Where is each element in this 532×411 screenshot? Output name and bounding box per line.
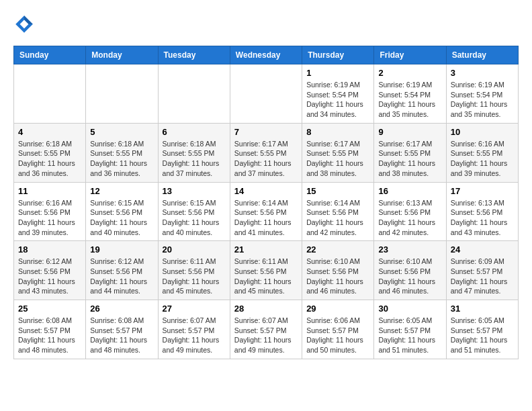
day-info: Sunrise: 6:18 AM Sunset: 5:55 PM Dayligh…: [90, 139, 153, 179]
day-info: Sunrise: 6:16 AM Sunset: 5:55 PM Dayligh…: [451, 139, 514, 179]
day-number: 26: [90, 304, 153, 314]
calendar-cell: 14Sunrise: 6:14 AM Sunset: 5:56 PM Dayli…: [230, 182, 302, 241]
calendar-cell: [158, 64, 230, 124]
weekday-header: Friday: [374, 46, 446, 64]
day-info: Sunrise: 6:05 AM Sunset: 5:57 PM Dayligh…: [378, 316, 441, 355]
day-number: 3: [451, 68, 514, 78]
calendar-cell: [86, 64, 158, 124]
day-number: 1: [306, 68, 369, 78]
day-number: 12: [90, 186, 153, 196]
calendar-cell: 23Sunrise: 6:10 AM Sunset: 5:56 PM Dayli…: [374, 241, 446, 300]
day-number: 15: [306, 186, 369, 196]
calendar-cell: 11Sunrise: 6:16 AM Sunset: 5:56 PM Dayli…: [14, 182, 86, 241]
day-number: 30: [378, 304, 441, 314]
day-info: Sunrise: 6:15 AM Sunset: 5:56 PM Dayligh…: [163, 198, 226, 238]
day-number: 5: [90, 127, 153, 137]
calendar-cell: 8Sunrise: 6:17 AM Sunset: 5:55 PM Daylig…: [302, 123, 374, 182]
day-number: 25: [18, 304, 81, 314]
calendar-cell: 12Sunrise: 6:15 AM Sunset: 5:56 PM Dayli…: [86, 182, 158, 241]
day-info: Sunrise: 6:19 AM Sunset: 5:54 PM Dayligh…: [378, 80, 441, 120]
weekday-header: Saturday: [446, 46, 518, 64]
day-info: Sunrise: 6:10 AM Sunset: 5:56 PM Dayligh…: [378, 257, 441, 296]
calendar-cell: 26Sunrise: 6:08 AM Sunset: 5:57 PM Dayli…: [86, 300, 158, 359]
day-number: 28: [234, 304, 298, 314]
day-info: Sunrise: 6:10 AM Sunset: 5:56 PM Dayligh…: [306, 257, 369, 296]
calendar-week-row: 11Sunrise: 6:16 AM Sunset: 5:56 PM Dayli…: [14, 182, 519, 241]
day-info: Sunrise: 6:14 AM Sunset: 5:56 PM Dayligh…: [234, 198, 298, 238]
day-number: 19: [90, 244, 153, 255]
logo-icon: [13, 13, 35, 35]
calendar-cell: 13Sunrise: 6:15 AM Sunset: 5:56 PM Dayli…: [158, 182, 230, 241]
weekday-header-row: SundayMondayTuesdayWednesdayThursdayFrid…: [14, 46, 519, 64]
day-number: 31: [451, 304, 514, 314]
page-header: [13, 13, 519, 35]
day-info: Sunrise: 6:16 AM Sunset: 5:56 PM Dayligh…: [18, 198, 81, 238]
day-info: Sunrise: 6:11 AM Sunset: 5:56 PM Dayligh…: [163, 257, 226, 296]
day-info: Sunrise: 6:07 AM Sunset: 5:57 PM Dayligh…: [163, 316, 226, 355]
calendar-cell: 25Sunrise: 6:08 AM Sunset: 5:57 PM Dayli…: [14, 300, 86, 359]
calendar-cell: 17Sunrise: 6:13 AM Sunset: 5:56 PM Dayli…: [446, 182, 518, 241]
calendar-cell: 16Sunrise: 6:13 AM Sunset: 5:56 PM Dayli…: [374, 182, 446, 241]
calendar-cell: 24Sunrise: 6:09 AM Sunset: 5:57 PM Dayli…: [446, 241, 518, 300]
calendar-week-row: 1Sunrise: 6:19 AM Sunset: 5:54 PM Daylig…: [14, 64, 519, 124]
day-info: Sunrise: 6:19 AM Sunset: 5:54 PM Dayligh…: [451, 80, 514, 120]
calendar-cell: 18Sunrise: 6:12 AM Sunset: 5:56 PM Dayli…: [14, 241, 86, 300]
day-info: Sunrise: 6:12 AM Sunset: 5:56 PM Dayligh…: [18, 257, 81, 296]
day-number: 14: [234, 186, 298, 196]
day-number: 27: [163, 304, 226, 314]
calendar-cell: 15Sunrise: 6:14 AM Sunset: 5:56 PM Dayli…: [302, 182, 374, 241]
weekday-header: Monday: [86, 46, 158, 64]
calendar-cell: 31Sunrise: 6:05 AM Sunset: 5:57 PM Dayli…: [446, 300, 518, 359]
day-info: Sunrise: 6:17 AM Sunset: 5:55 PM Dayligh…: [306, 139, 369, 179]
weekday-header: Sunday: [14, 46, 86, 64]
day-info: Sunrise: 6:15 AM Sunset: 5:56 PM Dayligh…: [90, 198, 153, 238]
calendar-cell: 4Sunrise: 6:18 AM Sunset: 5:55 PM Daylig…: [14, 123, 86, 182]
day-number: 13: [163, 186, 226, 196]
calendar-cell: 27Sunrise: 6:07 AM Sunset: 5:57 PM Dayli…: [158, 300, 230, 359]
calendar-cell: [230, 64, 302, 124]
day-number: 11: [18, 186, 81, 196]
calendar-week-row: 18Sunrise: 6:12 AM Sunset: 5:56 PM Dayli…: [14, 241, 519, 300]
calendar-cell: 28Sunrise: 6:07 AM Sunset: 5:57 PM Dayli…: [230, 300, 302, 359]
calendar-cell: 19Sunrise: 6:12 AM Sunset: 5:56 PM Dayli…: [86, 241, 158, 300]
day-number: 20: [163, 244, 226, 255]
calendar-cell: 5Sunrise: 6:18 AM Sunset: 5:55 PM Daylig…: [86, 123, 158, 182]
calendar-cell: 1Sunrise: 6:19 AM Sunset: 5:54 PM Daylig…: [302, 64, 374, 124]
day-info: Sunrise: 6:11 AM Sunset: 5:56 PM Dayligh…: [234, 257, 298, 296]
calendar-cell: 7Sunrise: 6:17 AM Sunset: 5:55 PM Daylig…: [230, 123, 302, 182]
day-number: 24: [451, 244, 514, 255]
day-number: 18: [18, 244, 81, 255]
calendar-cell: 22Sunrise: 6:10 AM Sunset: 5:56 PM Dayli…: [302, 241, 374, 300]
calendar-table: SundayMondayTuesdayWednesdayThursdayFrid…: [13, 46, 519, 359]
logo: [13, 13, 38, 35]
weekday-header: Thursday: [302, 46, 374, 64]
day-info: Sunrise: 6:17 AM Sunset: 5:55 PM Dayligh…: [234, 139, 298, 179]
calendar-week-row: 25Sunrise: 6:08 AM Sunset: 5:57 PM Dayli…: [14, 300, 519, 359]
calendar-week-row: 4Sunrise: 6:18 AM Sunset: 5:55 PM Daylig…: [14, 123, 519, 182]
day-number: 16: [378, 186, 441, 196]
day-number: 17: [451, 186, 514, 196]
calendar-cell: 30Sunrise: 6:05 AM Sunset: 5:57 PM Dayli…: [374, 300, 446, 359]
calendar-cell: 21Sunrise: 6:11 AM Sunset: 5:56 PM Dayli…: [230, 241, 302, 300]
day-number: 9: [378, 127, 441, 137]
day-info: Sunrise: 6:17 AM Sunset: 5:55 PM Dayligh…: [378, 139, 441, 179]
calendar-cell: 6Sunrise: 6:18 AM Sunset: 5:55 PM Daylig…: [158, 123, 230, 182]
day-info: Sunrise: 6:06 AM Sunset: 5:57 PM Dayligh…: [306, 316, 369, 355]
day-number: 4: [18, 127, 81, 137]
calendar-cell: 3Sunrise: 6:19 AM Sunset: 5:54 PM Daylig…: [446, 64, 518, 124]
calendar-cell: 10Sunrise: 6:16 AM Sunset: 5:55 PM Dayli…: [446, 123, 518, 182]
day-info: Sunrise: 6:07 AM Sunset: 5:57 PM Dayligh…: [234, 316, 298, 355]
day-info: Sunrise: 6:18 AM Sunset: 5:55 PM Dayligh…: [18, 139, 81, 179]
day-number: 10: [451, 127, 514, 137]
day-info: Sunrise: 6:13 AM Sunset: 5:56 PM Dayligh…: [378, 198, 441, 238]
weekday-header: Tuesday: [158, 46, 230, 64]
day-number: 7: [234, 127, 298, 137]
calendar-cell: 29Sunrise: 6:06 AM Sunset: 5:57 PM Dayli…: [302, 300, 374, 359]
calendar-cell: 20Sunrise: 6:11 AM Sunset: 5:56 PM Dayli…: [158, 241, 230, 300]
day-number: 23: [378, 244, 441, 255]
calendar-cell: [14, 64, 86, 124]
day-info: Sunrise: 6:08 AM Sunset: 5:57 PM Dayligh…: [18, 316, 81, 355]
day-info: Sunrise: 6:13 AM Sunset: 5:56 PM Dayligh…: [451, 198, 514, 238]
day-info: Sunrise: 6:14 AM Sunset: 5:56 PM Dayligh…: [306, 198, 369, 238]
day-number: 6: [163, 127, 226, 137]
